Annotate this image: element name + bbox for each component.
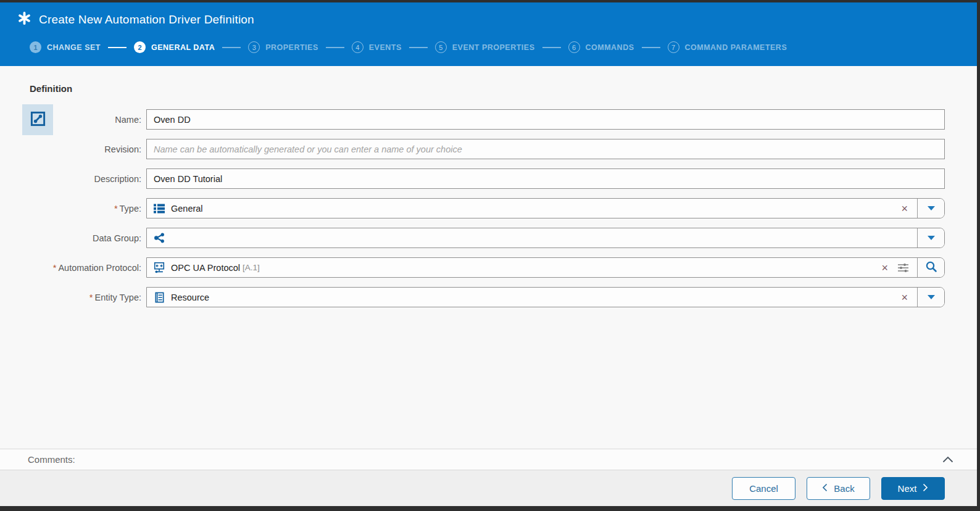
list-icon	[153, 202, 165, 215]
automation-protocol-label: *Automation Protocol:	[0, 263, 146, 273]
step-label: COMMAND PARAMETERS	[685, 43, 787, 52]
step-label: CHANGE SET	[47, 43, 101, 52]
step-connector	[222, 47, 241, 48]
automation-protocol-value: OPC UA Protocol	[171, 263, 240, 273]
data-group-select[interactable]	[146, 228, 945, 248]
wizard-steps: 1 CHANGE SET 2 GENERAL DATA 3 PROPERTIES…	[30, 41, 787, 53]
step-number: 2	[134, 41, 146, 53]
wizard-window: Create New Automation Driver Definition …	[0, 2, 977, 506]
cancel-button[interactable]: Cancel	[732, 477, 795, 500]
chevron-left-icon	[822, 483, 828, 494]
wizard-header: Create New Automation Driver Definition …	[0, 2, 977, 66]
form-panel: Definition Name: Revision:	[0, 66, 977, 441]
step-label: EVENT PROPERTIES	[452, 43, 535, 52]
document-icon	[153, 291, 165, 304]
step-label: EVENTS	[369, 43, 402, 52]
form-row-revision: Revision:	[0, 139, 945, 159]
revision-input[interactable]	[146, 139, 945, 159]
required-marker: *	[114, 204, 118, 214]
description-label: Description:	[0, 174, 146, 184]
type-dropdown-button[interactable]	[917, 199, 944, 218]
definition-form: Name: Revision: Description: *Type:	[0, 109, 945, 317]
step-general-data[interactable]: 2 GENERAL DATA	[134, 41, 215, 53]
type-label: *Type:	[0, 204, 146, 214]
required-marker: *	[53, 263, 57, 273]
description-input[interactable]	[146, 168, 945, 189]
chevron-up-icon	[942, 454, 953, 465]
step-event-properties[interactable]: 5 EVENT PROPERTIES	[435, 41, 535, 53]
comments-label: Comments:	[28, 454, 75, 465]
data-group-label: Data Group:	[0, 233, 146, 243]
step-events[interactable]: 4 EVENTS	[352, 41, 402, 53]
step-number: 3	[248, 41, 260, 53]
form-row-description: Description:	[0, 168, 945, 189]
clear-icon[interactable]: ×	[901, 203, 908, 214]
form-row-automation-protocol: *Automation Protocol:	[0, 257, 945, 278]
entity-type-label: *Entity Type:	[0, 293, 146, 302]
data-group-dropdown-button[interactable]	[917, 228, 944, 247]
automation-protocol-revision: [A.1]	[243, 263, 260, 272]
automation-protocol-lookup[interactable]: OPC UA Protocol [A.1] ×	[146, 257, 945, 278]
type-value: General	[171, 204, 203, 214]
clear-icon[interactable]: ×	[881, 262, 888, 273]
name-input[interactable]	[146, 109, 945, 130]
section-title: Definition	[30, 83, 72, 94]
clear-icon[interactable]: ×	[901, 292, 908, 303]
entity-type-select[interactable]: Resource ×	[146, 287, 945, 307]
step-label: COMMANDS	[586, 43, 634, 52]
collapse-comments-button[interactable]	[942, 454, 953, 465]
form-row-type: *Type: General ×	[0, 198, 945, 218]
entity-type-dropdown-button[interactable]	[917, 288, 944, 307]
step-number: 5	[435, 41, 447, 53]
step-connector	[409, 47, 428, 48]
page-title: Create New Automation Driver Definition	[39, 13, 254, 27]
type-select[interactable]: General ×	[146, 198, 945, 218]
step-number: 4	[352, 41, 363, 53]
share-icon	[153, 232, 165, 244]
step-properties[interactable]: 3 PROPERTIES	[248, 41, 318, 53]
step-label: PROPERTIES	[265, 43, 318, 52]
entity-type-value: Resource	[171, 293, 209, 302]
automation-protocol-search-button[interactable]	[917, 258, 944, 277]
revision-label: Revision:	[0, 144, 146, 154]
step-command-parameters[interactable]: 7 COMMAND PARAMETERS	[668, 41, 787, 53]
step-number: 1	[30, 41, 41, 53]
next-button[interactable]: Next	[881, 477, 945, 500]
wizard-footer: Cancel Back Next	[0, 470, 977, 506]
step-change-set[interactable]: 1 CHANGE SET	[30, 41, 101, 53]
step-connector	[326, 47, 344, 48]
step-connector	[542, 47, 561, 48]
form-row-entity-type: *Entity Type:	[0, 287, 945, 307]
form-row-data-group: Data Group:	[0, 228, 945, 248]
form-row-name: Name:	[0, 109, 945, 130]
search-icon	[925, 260, 937, 275]
asterisk-icon	[17, 11, 31, 28]
step-connector	[642, 47, 660, 48]
step-number: 7	[668, 41, 679, 53]
name-label: Name:	[0, 115, 146, 125]
chevron-down-icon	[928, 295, 935, 299]
back-button[interactable]: Back	[807, 477, 870, 500]
filter-sliders-icon[interactable]	[897, 262, 909, 273]
chevron-right-icon	[923, 483, 928, 494]
step-connector	[108, 47, 127, 48]
comments-bar[interactable]: Comments:	[0, 449, 977, 470]
step-commands[interactable]: 6 COMMANDS	[568, 41, 634, 53]
chevron-down-icon	[928, 206, 935, 210]
required-marker: *	[89, 293, 93, 302]
step-label: GENERAL DATA	[151, 43, 215, 52]
step-number: 6	[568, 41, 580, 53]
chevron-down-icon	[928, 236, 935, 240]
network-icon	[153, 262, 165, 274]
